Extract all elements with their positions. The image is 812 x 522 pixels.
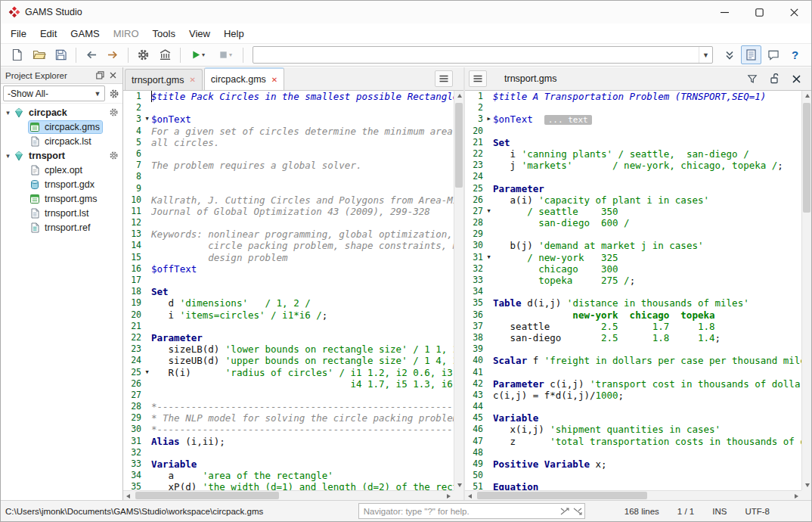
menu-file[interactable]: File: [4, 26, 33, 42]
line-number[interactable]: 7: [123, 160, 143, 171]
float-panel-button[interactable]: [94, 69, 107, 82]
line-number[interactable]: 32: [123, 447, 143, 458]
code-line[interactable]: 3▼$onText: [123, 113, 454, 125]
line-number[interactable]: 50: [465, 470, 485, 481]
code-line[interactable]: 39: [465, 343, 801, 355]
code-text[interactable]: [151, 183, 454, 194]
line-number[interactable]: 42: [465, 378, 485, 390]
line-number[interactable]: 19: [123, 297, 143, 309]
code-text[interactable]: b(j) 'demand at market j in cases': [493, 240, 801, 251]
line-number[interactable]: 25: [465, 183, 485, 194]
code-line[interactable]: 22 i 'canning plants' / seattle, san-die…: [465, 148, 801, 160]
code-line[interactable]: 40Scalar f 'freight in dollars per case …: [465, 355, 801, 366]
navigator-all-files-icon[interactable]: [572, 508, 584, 515]
code-line[interactable]: 33 topeka 275 /;: [465, 275, 801, 286]
vertical-scrollbar[interactable]: [454, 91, 463, 490]
tree-item-circpack.gms[interactable]: circpack.gms: [1, 120, 122, 134]
line-number[interactable]: 39: [465, 343, 485, 355]
line-number[interactable]: 31: [123, 436, 143, 447]
line-number[interactable]: 26: [465, 194, 485, 206]
insert-mode[interactable]: INS: [712, 507, 727, 516]
line-number[interactable]: 48: [465, 447, 485, 458]
code-line[interactable]: 42Parameter c(i,j) 'transport cost in th…: [465, 378, 801, 390]
line-number[interactable]: 23: [465, 160, 485, 171]
line-number[interactable]: 5: [123, 137, 143, 148]
code-line[interactable]: 27▼ / seattle 350: [465, 206, 801, 217]
line-number[interactable]: 34: [123, 470, 143, 481]
code-text[interactable]: The problem requires a global solver.: [151, 160, 454, 171]
code-text[interactable]: design problem: [151, 252, 454, 263]
line-number[interactable]: 27: [123, 390, 143, 401]
code-line[interactable]: 28 san-diego 600 /: [465, 217, 801, 228]
tab-trnsport.gms[interactable]: trnsport.gms✕: [125, 69, 203, 90]
close-button[interactable]: [776, 1, 811, 23]
code-line[interactable]: 44: [465, 401, 801, 412]
line-number[interactable]: 3: [123, 113, 143, 125]
stop-button[interactable]: ▾: [212, 45, 238, 64]
code-text[interactable]: [151, 321, 454, 332]
code-text[interactable]: $onText ... text: [493, 113, 801, 125]
code-line[interactable]: 15 design problem: [123, 252, 454, 263]
code-line[interactable]: 10Kallrath, J. Cutting Circles and Polyg…: [123, 194, 454, 206]
line-number[interactable]: 45: [465, 412, 485, 424]
code-text[interactable]: $offText: [151, 263, 454, 275]
settings-button[interactable]: [133, 45, 153, 64]
tree-item-cplex.opt[interactable]: cplex.opt: [1, 163, 122, 177]
tree-item-trnsport.ref[interactable]: trnsport.ref: [1, 220, 122, 235]
code-text[interactable]: [493, 102, 801, 113]
line-number[interactable]: 33: [123, 458, 143, 470]
code-line[interactable]: 41: [465, 367, 801, 378]
code-text[interactable]: i4 1.7, i5 1.3, i6 0.3 /;: [151, 378, 454, 390]
combobox-dropdown-icon[interactable]: ▼: [699, 47, 712, 63]
line-number[interactable]: 32: [465, 263, 485, 275]
code-line[interactable]: 29* The NLP model for solving the circle…: [123, 412, 454, 424]
tab-close-icon[interactable]: ✕: [189, 76, 195, 84]
line-number[interactable]: 29: [465, 228, 485, 240]
code-text[interactable]: Variable: [493, 412, 801, 424]
code-text[interactable]: Set: [493, 137, 801, 148]
code-text[interactable]: [151, 171, 454, 182]
code-text[interactable]: *---------------------------------------…: [151, 401, 454, 412]
code-text[interactable]: sizeLB(d) 'lower bounds on rectangle siz…: [151, 343, 454, 355]
minimize-button[interactable]: [707, 1, 742, 23]
code-text[interactable]: / new-york 325: [493, 252, 801, 263]
code-line[interactable]: 24 sizeUB(d) 'upper bounds on rectangle …: [123, 355, 454, 366]
code-line[interactable]: 30*-------------------------------------…: [123, 424, 454, 435]
line-number[interactable]: 10: [123, 194, 143, 206]
project-settings-button[interactable]: [109, 151, 119, 160]
fold-marker-icon[interactable]: ▼: [485, 252, 493, 263]
line-number[interactable]: 21: [465, 137, 485, 148]
line-number[interactable]: 6: [123, 148, 143, 160]
code-line[interactable]: 26 i4 1.7, i5 1.3, i6 0.3 /;: [123, 378, 454, 390]
code-text[interactable]: new-york chicago topeka: [493, 309, 801, 321]
code-line[interactable]: 9: [123, 183, 454, 194]
code-line[interactable]: 48: [465, 447, 801, 458]
menu-view[interactable]: View: [182, 26, 217, 42]
code-line[interactable]: 35 xP(d) 'the width (d=1) and length (d=…: [123, 481, 454, 490]
scrollbar-thumb[interactable]: [135, 492, 279, 499]
code-line[interactable]: 8: [123, 171, 454, 182]
code-line[interactable]: 33Variable: [123, 458, 454, 470]
tree-item-trnsport[interactable]: ▾trnsport: [1, 148, 122, 163]
code-line[interactable]: 24: [465, 171, 801, 182]
code-text[interactable]: Set: [151, 286, 454, 297]
save-file-button[interactable]: [51, 45, 71, 64]
code-line[interactable]: 32 chicago 300: [465, 263, 801, 275]
code-text[interactable]: *---------------------------------------…: [151, 424, 454, 435]
navigate-back-button[interactable]: [81, 45, 101, 64]
code-text[interactable]: x(i,j) 'shipment quantities in cases': [493, 424, 801, 435]
line-number[interactable]: 23: [123, 343, 143, 355]
line-number[interactable]: 22: [123, 332, 143, 343]
code-text[interactable]: Equation: [493, 481, 801, 490]
code-text[interactable]: chicago 300: [493, 263, 801, 275]
code-text[interactable]: [493, 470, 801, 481]
code-line[interactable]: 14 circle packing problem, shape constra…: [123, 240, 454, 251]
code-text[interactable]: san-diego 600 /: [493, 217, 801, 228]
code-text[interactable]: z 'total transportation costs in thousan…: [493, 436, 801, 447]
line-number[interactable]: 20: [465, 126, 485, 137]
line-number[interactable]: 8: [123, 171, 143, 182]
line-number[interactable]: 37: [465, 321, 485, 332]
line-number[interactable]: 24: [465, 171, 485, 182]
code-line[interactable]: 17: [123, 275, 454, 286]
code-text[interactable]: * The NLP model for solving the circle p…: [151, 412, 454, 424]
